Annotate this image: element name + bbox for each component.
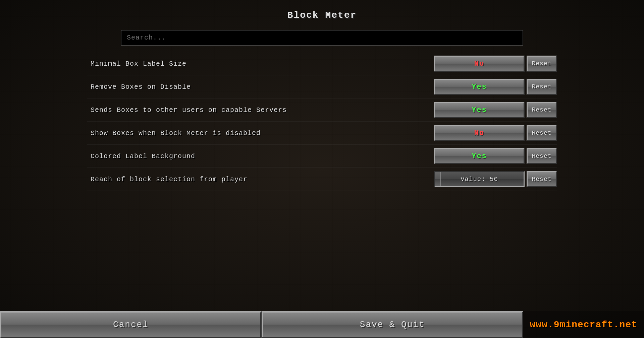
slider-value-reach-of-block-selection: Value: 50: [435, 176, 524, 183]
toggle-sends-boxes-to-other-users[interactable]: Yes: [434, 102, 525, 118]
settings-list: Minimal Box Label SizeNoResetRemove Boxe…: [87, 52, 557, 191]
setting-row-reach-of-block-selection: Reach of block selection from playerValu…: [87, 168, 557, 191]
setting-controls-remove-boxes-on-disable: YesReset: [434, 79, 557, 95]
slider-reach-of-block-selection[interactable]: Value: 50: [434, 171, 525, 187]
search-bar-wrapper: [121, 30, 523, 46]
reset-button-remove-boxes-on-disable[interactable]: Reset: [527, 79, 557, 95]
setting-label-remove-boxes-on-disable: Remove Boxes on Disable: [87, 83, 191, 91]
main-container: Block Meter Minimal Box Label SizeNoRese…: [0, 0, 644, 338]
slider-fill-reach-of-block-selection: [435, 172, 441, 186]
setting-row-show-boxes-when-disabled: Show Boxes when Block Meter is disabledN…: [87, 122, 557, 145]
reset-button-sends-boxes-to-other-users[interactable]: Reset: [527, 102, 557, 118]
reset-button-show-boxes-when-disabled[interactable]: Reset: [527, 125, 557, 141]
setting-row-minimal-box-label-size: Minimal Box Label SizeNoReset: [87, 52, 557, 75]
toggle-remove-boxes-on-disable[interactable]: Yes: [434, 79, 525, 95]
toggle-show-boxes-when-disabled[interactable]: No: [434, 125, 525, 141]
setting-row-remove-boxes-on-disable: Remove Boxes on DisableYesReset: [87, 75, 557, 98]
setting-controls-show-boxes-when-disabled: NoReset: [434, 125, 557, 141]
setting-label-reach-of-block-selection: Reach of block selection from player: [87, 176, 248, 183]
setting-row-sends-boxes-to-other-users: Sends Boxes to other users on capable Se…: [87, 98, 557, 122]
setting-label-sends-boxes-to-other-users: Sends Boxes to other users on capable Se…: [87, 106, 287, 114]
setting-controls-minimal-box-label-size: NoReset: [434, 56, 557, 72]
page-title: Block Meter: [287, 10, 357, 20]
setting-label-show-boxes-when-disabled: Show Boxes when Block Meter is disabled: [87, 129, 261, 137]
toggle-colored-label-background[interactable]: Yes: [434, 148, 525, 164]
setting-controls-reach-of-block-selection: Value: 50Reset: [434, 171, 557, 187]
setting-label-colored-label-background: Colored Label Background: [87, 152, 195, 160]
setting-row-colored-label-background: Colored Label BackgroundYesReset: [87, 145, 557, 168]
reset-button-minimal-box-label-size[interactable]: Reset: [527, 56, 557, 72]
reset-button-colored-label-background[interactable]: Reset: [527, 148, 557, 164]
reset-button-reach-of-block-selection[interactable]: Reset: [527, 171, 557, 187]
setting-controls-colored-label-background: YesReset: [434, 148, 557, 164]
toggle-minimal-box-label-size[interactable]: No: [434, 56, 525, 72]
search-input[interactable]: [121, 30, 523, 46]
setting-controls-sends-boxes-to-other-users: YesReset: [434, 102, 557, 118]
setting-label-minimal-box-label-size: Minimal Box Label Size: [87, 60, 186, 68]
